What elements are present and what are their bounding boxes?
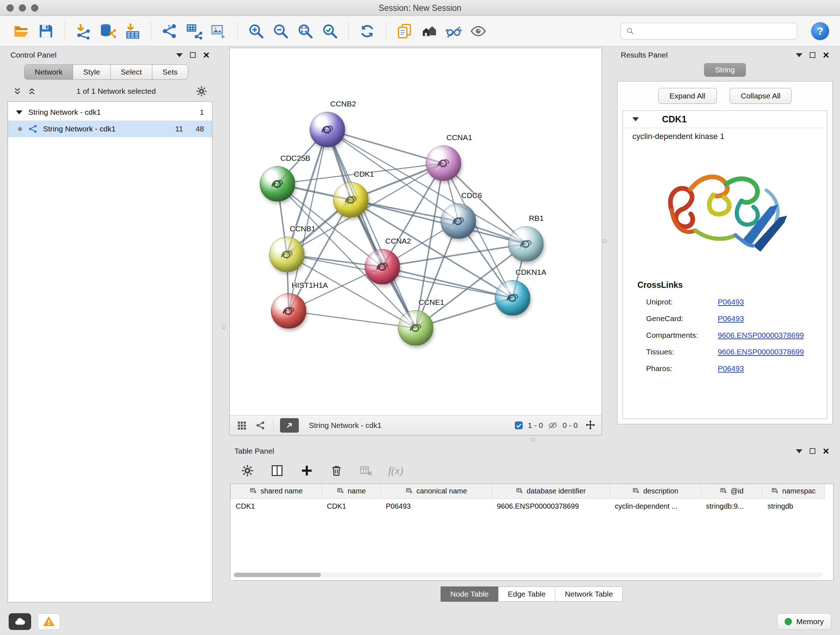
cloud-status-button[interactable] xyxy=(9,613,31,630)
network-node-RB1[interactable] xyxy=(508,226,544,262)
new-network-from-table-button[interactable] xyxy=(184,21,205,42)
export-image-button[interactable] xyxy=(208,21,229,42)
splitter-handle[interactable] xyxy=(531,438,535,442)
zoom-in-button[interactable] xyxy=(246,21,267,42)
help-button[interactable]: ? xyxy=(811,22,829,40)
collapse-all-button[interactable]: Collapse All xyxy=(729,88,792,104)
column-header-canonical-name[interactable]: canonical name xyxy=(381,484,492,499)
network-node-CDKN1A[interactable] xyxy=(495,280,531,316)
warnings-button[interactable] xyxy=(38,613,60,630)
apply-preferred-layout-button[interactable] xyxy=(357,21,378,42)
network-edge-CDK1-RB1[interactable] xyxy=(351,200,526,244)
hide-glasses-button[interactable] xyxy=(443,21,464,42)
panel-menu-icon[interactable] xyxy=(176,53,183,57)
zoom-fit-button[interactable] xyxy=(295,21,316,42)
detach-view-button[interactable] xyxy=(280,418,299,432)
duplicate-document-button[interactable] xyxy=(394,21,415,42)
select-columns-button[interactable] xyxy=(269,463,285,478)
table-close-icon[interactable]: × xyxy=(823,447,829,455)
import-network-from-file-button[interactable] xyxy=(73,21,94,42)
splitter-handle[interactable] xyxy=(222,325,226,329)
scrollbar-thumb[interactable] xyxy=(234,573,321,577)
expand-all-icon[interactable] xyxy=(27,87,36,96)
network-node-CDK1[interactable] xyxy=(333,182,369,218)
network-edge-CCNB2-CCNE1[interactable] xyxy=(327,130,416,328)
protein-collapse-icon[interactable] xyxy=(632,117,639,121)
table-row[interactable]: CDK1CDK1P064939606.ENSP00000378699cyclin… xyxy=(231,499,825,514)
new-network-button[interactable] xyxy=(159,21,180,42)
column-header-database-identifier[interactable]: database identifier xyxy=(492,484,610,499)
network-node-CCNE1[interactable] xyxy=(398,310,433,346)
function-builder-button[interactable]: f(x) xyxy=(388,463,404,478)
show-eye-button[interactable] xyxy=(468,21,489,42)
tab-node-table[interactable]: Node Table xyxy=(441,586,499,602)
save-session-button[interactable] xyxy=(35,21,57,42)
table-menu-icon[interactable] xyxy=(796,449,802,453)
tab-network-table[interactable]: Network Table xyxy=(555,586,622,602)
tab-sets[interactable]: Sets xyxy=(152,65,188,80)
network-canvas[interactable]: CCNB2CCNA1CDC25BCDK1CDC6RB1CCNB1CCNA2CDK… xyxy=(230,48,602,415)
table-cell[interactable]: cyclin-dependent ... xyxy=(610,499,701,514)
table-cell[interactable]: stringdb xyxy=(763,499,825,514)
table-cell[interactable]: stringdb:9... xyxy=(701,499,763,514)
home-button[interactable] xyxy=(418,21,439,42)
birds-eye-grid-icon[interactable] xyxy=(235,419,248,432)
network-options-gear-icon[interactable] xyxy=(196,86,207,97)
network-overview-icon[interactable] xyxy=(254,419,267,432)
tab-network[interactable]: Network xyxy=(24,65,73,80)
column-header-description[interactable]: description xyxy=(610,484,701,499)
add-column-button[interactable] xyxy=(299,463,315,478)
import-network-from-database-button[interactable] xyxy=(97,21,118,42)
tab-string[interactable]: String xyxy=(704,63,746,77)
tab-edge-table[interactable]: Edge Table xyxy=(498,586,556,602)
column-header-shared-name[interactable]: shared name xyxy=(231,484,322,499)
delete-table-button[interactable] xyxy=(358,463,374,478)
table-cell[interactable]: 9606.ENSP00000378699 xyxy=(492,499,610,514)
crosslink-value-link[interactable]: P06493 xyxy=(718,364,744,373)
selected-checkbox-icon[interactable] xyxy=(514,421,523,430)
crosslink-value-link[interactable]: 9606.ENSP00000378699 xyxy=(718,331,804,340)
search-input[interactable] xyxy=(638,24,797,38)
network-node-CCNA2[interactable] xyxy=(365,249,400,285)
crosslink-value-link[interactable]: 9606.ENSP00000378699 xyxy=(718,348,804,356)
expand-all-button[interactable]: Expand All xyxy=(658,88,717,104)
network-node-HIST1H1A[interactable] xyxy=(271,293,306,329)
memory-button[interactable]: Memory xyxy=(777,613,831,630)
results-menu-icon[interactable] xyxy=(796,53,802,57)
hidden-eye-icon[interactable] xyxy=(547,421,558,430)
table-horizontal-scrollbar[interactable] xyxy=(233,572,822,578)
table-cell[interactable]: CDK1 xyxy=(231,499,322,514)
results-float-icon[interactable] xyxy=(810,52,815,58)
network-node-CDC6[interactable] xyxy=(441,203,476,239)
network-node-CCNA1[interactable] xyxy=(426,146,461,181)
table-cell[interactable]: CDK1 xyxy=(322,499,381,514)
network-node-CCNB2[interactable] xyxy=(309,112,345,147)
crosslink-value-link[interactable]: P06493 xyxy=(718,298,744,306)
protein-header-row[interactable]: CDK1 xyxy=(623,111,827,128)
results-close-icon[interactable]: × xyxy=(823,51,829,59)
table-options-button[interactable] xyxy=(240,463,256,478)
network-collection-row[interactable]: String Network - cdk1 1 xyxy=(8,104,212,120)
tab-select[interactable]: Select xyxy=(111,65,152,80)
table-float-icon[interactable] xyxy=(810,448,815,454)
collapse-all-icon[interactable] xyxy=(13,87,22,96)
column-header--id[interactable]: @id xyxy=(701,484,763,499)
pan-move-icon[interactable] xyxy=(585,420,596,431)
tab-style[interactable]: Style xyxy=(73,65,111,80)
network-node-CDC25B[interactable] xyxy=(260,166,295,202)
table-cell[interactable]: P06493 xyxy=(381,499,492,514)
delete-column-button[interactable] xyxy=(328,463,344,478)
column-header-namespac[interactable]: namespac xyxy=(763,484,825,499)
collection-expand-icon[interactable] xyxy=(16,111,22,114)
crosslink-value-link[interactable]: P06493 xyxy=(718,314,744,323)
splitter-handle[interactable] xyxy=(603,239,607,243)
close-panel-icon[interactable]: × xyxy=(203,51,210,59)
zoom-selected-button[interactable] xyxy=(319,21,340,42)
float-panel-icon[interactable] xyxy=(190,52,196,58)
zoom-out-button[interactable] xyxy=(270,21,291,42)
import-table-button[interactable] xyxy=(122,21,143,42)
open-session-button[interactable] xyxy=(11,21,32,42)
network-node-CCNB1[interactable] xyxy=(269,237,305,272)
network-edge-RB1-CCNA2[interactable] xyxy=(382,244,526,267)
network-edge-HIST1H1A-CCNE1[interactable] xyxy=(289,311,416,328)
